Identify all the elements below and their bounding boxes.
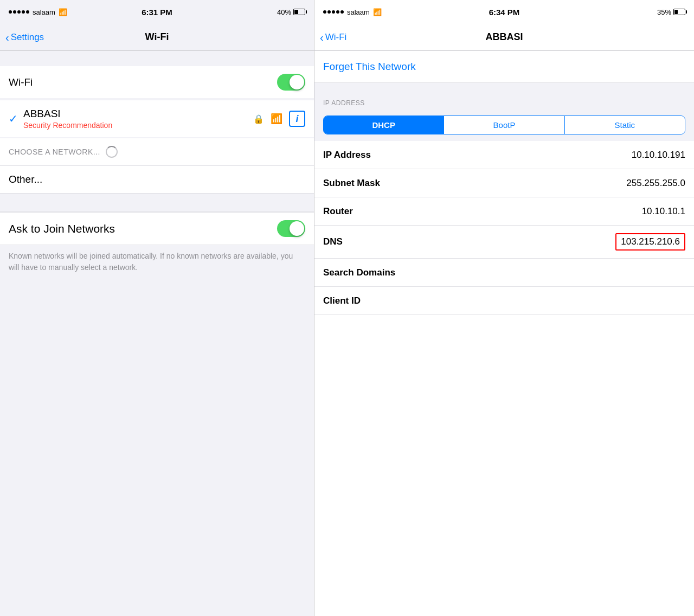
other-label: Other... <box>9 174 42 185</box>
abbasi-section: ✓ ABBASI Security Recommendation 🔒 📶 i <box>0 100 314 137</box>
wifi-label-container: Wi-Fi <box>9 76 277 88</box>
abbasi-checkmark: ✓ <box>9 112 18 125</box>
signal-dot-3 <box>17 10 21 14</box>
signal-dot-4 <box>22 10 25 14</box>
left-nav-bar: ‹ Settings Wi-Fi <box>0 24 314 51</box>
lock-icon: 🔒 <box>253 114 264 124</box>
ip-spacer <box>314 83 694 94</box>
wifi-label: Wi-Fi <box>9 76 33 88</box>
right-carrier-name: salaam <box>347 8 370 16</box>
left-battery: 40% <box>277 8 305 16</box>
right-status-bar: salaam 📶 6:34 PM 35% <box>314 0 694 24</box>
ask-to-join-right <box>277 220 305 237</box>
loading-spinner <box>106 146 118 158</box>
left-carrier-name: salaam <box>33 8 55 16</box>
ip-address-section: IP ADDRESS DHCP BootP Static <box>314 83 694 141</box>
wifi-signal-icon: 📶 <box>271 113 282 125</box>
ip-address-label: IP Address <box>323 150 632 161</box>
right-panel: salaam 📶 6:34 PM 35% ‹ Wi-Fi ABBASI Forg… <box>314 0 694 616</box>
left-battery-fill <box>294 10 298 14</box>
abbasi-info: ABBASI Security Recommendation <box>23 108 253 130</box>
wifi-toggle[interactable] <box>277 74 305 91</box>
left-time: 6:31 PM <box>142 8 172 17</box>
settings-back-button[interactable]: ‹ Settings <box>5 32 44 43</box>
left-spacer-top <box>0 51 314 66</box>
ask-to-join-description: Known networks will be joined automatica… <box>0 245 314 282</box>
abbasi-info-button[interactable]: i <box>289 111 305 127</box>
left-wifi-icon: 📶 <box>59 8 67 16</box>
signal-dots <box>9 10 29 14</box>
ask-to-join-toggle[interactable] <box>277 220 305 237</box>
ask-to-join-knob <box>290 221 304 236</box>
left-content: Wi-Fi ✓ ABBASI Security Recommendation <box>0 51 314 616</box>
right-nav-title: ABBASI <box>485 31 523 43</box>
wifi-toggle-knob <box>290 75 304 89</box>
signal-dot-2 <box>13 10 16 14</box>
right-signal-dots <box>323 10 344 14</box>
right-content: Forget This Network IP ADDRESS DHCP Boot… <box>314 51 694 616</box>
right-battery: 35% <box>657 8 685 16</box>
search-domains-row: Search Domains <box>314 259 694 287</box>
right-battery-pct: 35% <box>657 8 671 16</box>
right-signal-dot-2 <box>327 10 331 14</box>
abbasi-name: ABBASI <box>23 108 253 120</box>
right-nav-bar: ‹ Wi-Fi ABBASI <box>314 24 694 51</box>
subnet-mask-value: 255.255.255.0 <box>626 178 685 189</box>
tab-bootp[interactable]: BootP <box>444 116 564 134</box>
left-carrier-info: salaam 📶 <box>9 8 67 16</box>
right-time: 6:34 PM <box>489 8 520 17</box>
wifi-toggle-item[interactable]: Wi-Fi <box>0 66 314 98</box>
client-id-label: Client ID <box>323 296 685 306</box>
left-spacer-middle <box>0 193 314 212</box>
left-back-label: Settings <box>11 32 44 43</box>
left-nav-title: Wi-Fi <box>145 31 169 43</box>
choose-network-label: CHOOSE A NETWORK... <box>9 147 100 156</box>
ask-to-join-label-container: Ask to Join Networks <box>9 222 277 235</box>
ip-address-value: 10.10.10.191 <box>632 150 685 161</box>
right-back-chevron: ‹ <box>320 32 324 43</box>
client-id-row: Client ID <box>314 287 694 315</box>
right-status-container: salaam 📶 6:34 PM 35% <box>323 0 685 24</box>
dns-value: 103.215.210.6 <box>615 233 685 251</box>
right-signal-dot-1 <box>323 10 326 14</box>
signal-dot-1 <box>9 10 12 14</box>
tab-static[interactable]: Static <box>565 116 685 134</box>
right-battery-icon <box>673 9 685 15</box>
ask-to-join-item[interactable]: Ask to Join Networks <box>0 213 314 245</box>
abbasi-icons: 🔒 📶 i <box>253 111 305 127</box>
wifi-toggle-section: Wi-Fi <box>0 66 314 98</box>
left-battery-pct: 40% <box>277 8 291 16</box>
subnet-mask-row: Subnet Mask 255.255.255.0 <box>314 169 694 197</box>
ask-to-join-label: Ask to Join Networks <box>9 222 115 235</box>
ask-to-join-section: Ask to Join Networks <box>0 212 314 245</box>
right-wifi-icon: 📶 <box>373 8 382 16</box>
forget-network-label: Forget This Network <box>323 61 416 72</box>
wifi-toggle-right <box>277 74 305 91</box>
right-carrier-info: salaam 📶 <box>323 8 382 16</box>
forget-network-section[interactable]: Forget This Network <box>314 51 694 83</box>
search-domains-label: Search Domains <box>323 267 685 278</box>
other-network-item[interactable]: Other... <box>0 166 314 193</box>
dns-label: DNS <box>323 236 615 247</box>
router-label: Router <box>323 206 642 217</box>
left-panel: salaam 📶 6:31 PM 40% ‹ Settings Wi-Fi <box>0 0 314 616</box>
abbasi-subtitle: Security Recommendation <box>23 121 253 130</box>
right-signal-dot-4 <box>336 10 339 14</box>
left-status-bar: salaam 📶 6:31 PM 40% <box>0 0 314 24</box>
right-signal-dot-5 <box>340 10 344 14</box>
ip-address-row: IP Address 10.10.10.191 <box>314 141 694 169</box>
signal-dot-5 <box>26 10 29 14</box>
choose-network-row: CHOOSE A NETWORK... <box>0 138 314 166</box>
ip-address-header: IP ADDRESS <box>314 94 694 110</box>
dns-row: DNS 103.215.210.6 <box>314 226 694 259</box>
right-back-label: Wi-Fi <box>325 32 347 43</box>
subnet-mask-label: Subnet Mask <box>323 178 626 189</box>
tab-dhcp[interactable]: DHCP <box>324 116 444 134</box>
right-battery-fill <box>674 10 678 14</box>
left-back-chevron: ‹ <box>5 32 9 43</box>
wifi-back-button[interactable]: ‹ Wi-Fi <box>320 32 346 43</box>
router-value: 10.10.10.1 <box>642 206 685 217</box>
left-battery-icon <box>293 9 305 15</box>
abbasi-network-item[interactable]: ✓ ABBASI Security Recommendation 🔒 📶 i <box>0 100 314 137</box>
ip-tabs: DHCP BootP Static <box>323 116 685 134</box>
